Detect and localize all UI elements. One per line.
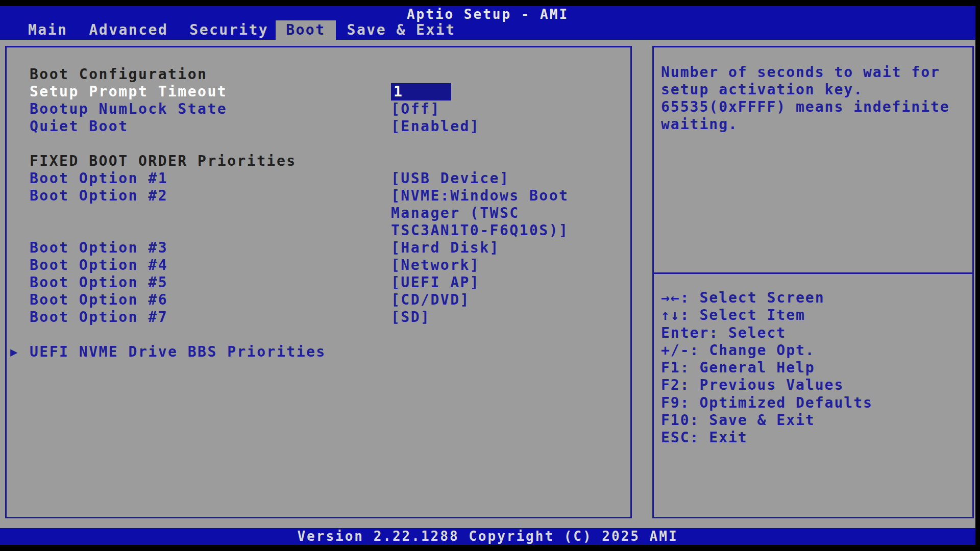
option-value-editbox[interactable]: 1	[391, 83, 451, 101]
menu-bar: Main Advanced Security Boot Save & Exit	[0, 20, 975, 40]
option-boot-option-3[interactable]: Boot Option #3 [Hard Disk]	[7, 239, 630, 257]
option-label: Boot Option #4	[30, 257, 391, 274]
hotkey-esc-exit: ESC: Exit	[661, 429, 967, 446]
help-line: setup activation key.	[661, 81, 967, 98]
option-value: [Off]	[391, 101, 590, 118]
bios-screen: Aptio Setup - AMI Main Advanced Security…	[0, 6, 975, 545]
option-boot-option-1[interactable]: Boot Option #1 [USB Device]	[7, 170, 630, 187]
submenu-label: UEFI NVME Drive BBS Priorities	[30, 343, 391, 361]
option-value: [SD]	[391, 309, 590, 326]
option-boot-option-5[interactable]: Boot Option #5 [UEFI AP]	[7, 274, 630, 291]
hotkey-f9-defaults: F9: Optimized Defaults	[661, 394, 967, 412]
option-label: Boot Option #3	[30, 239, 391, 257]
hotkey-f1-help: F1: General Help	[661, 359, 967, 377]
option-value: [CD/DVD]	[391, 291, 590, 309]
section-boot-configuration: Boot Configuration	[7, 66, 630, 83]
option-label: Quiet Boot	[30, 118, 391, 135]
option-value: [UEFI AP]	[391, 274, 590, 291]
tab-main[interactable]: Main	[28, 20, 67, 40]
option-value: [Enabled]	[391, 118, 590, 135]
section-fixed-boot-order: FIXED BOOT ORDER Priorities	[7, 153, 630, 170]
tab-advanced[interactable]: Advanced	[89, 20, 168, 40]
tab-save-exit[interactable]: Save & Exit	[347, 20, 456, 40]
option-boot-option-7[interactable]: Boot Option #7 [SD]	[7, 309, 630, 326]
submenu-arrow-icon: ▶	[10, 343, 19, 361]
hotkey-f10-save-exit: F10: Save & Exit	[661, 412, 967, 429]
app-title: Aptio Setup - AMI	[0, 6, 975, 20]
hotkey-change-opt: +/-: Change Opt.	[661, 342, 967, 359]
version-text: Version 2.22.1288 Copyright (C) 2025 AMI	[297, 529, 678, 544]
option-label: Boot Option #7	[30, 309, 391, 326]
version-bar: Version 2.22.1288 Copyright (C) 2025 AMI	[0, 528, 975, 545]
option-setup-prompt-timeout[interactable]: Setup Prompt Timeout 1	[7, 83, 630, 101]
option-label: Boot Option #6	[30, 291, 391, 309]
option-label: Boot Option #1	[30, 170, 391, 187]
option-label: Setup Prompt Timeout	[30, 83, 391, 101]
blank-row	[7, 135, 630, 153]
hotkey-legend: →←: Select Screen ↑↓: Select Item Enter:…	[654, 274, 972, 447]
option-value: [NVME:Windows Boot Manager (TWSC TSC3AN1…	[391, 187, 590, 239]
option-value: [Network]	[391, 257, 590, 274]
hotkey-select-screen: →←: Select Screen	[661, 289, 967, 307]
help-line: waiting.	[661, 116, 967, 133]
option-value: [Hard Disk]	[391, 239, 590, 257]
help-panel: Number of seconds to wait for setup acti…	[652, 46, 974, 518]
submenu-uefi-nvme-bbs-priorities[interactable]: ▶ UEFI NVME Drive BBS Priorities	[7, 343, 630, 361]
option-label: Bootup NumLock State	[30, 101, 391, 118]
option-boot-option-6[interactable]: Boot Option #6 [CD/DVD]	[7, 291, 630, 309]
hotkey-enter-select: Enter: Select	[661, 324, 967, 342]
option-boot-option-2[interactable]: Boot Option #2 [NVME:Windows Boot Manage…	[7, 187, 630, 239]
option-quiet-boot[interactable]: Quiet Boot [Enabled]	[7, 118, 630, 135]
tab-boot-active[interactable]: Boot	[276, 20, 335, 40]
item-help-text: Number of seconds to wait for setup acti…	[654, 47, 972, 274]
title-bar: Aptio Setup - AMI Main Advanced Security…	[0, 6, 975, 40]
hotkey-select-item: ↑↓: Select Item	[661, 307, 967, 324]
help-line: 65535(0xFFFF) means indefinite	[661, 98, 967, 116]
help-line: Number of seconds to wait for	[661, 64, 967, 81]
option-value: [USB Device]	[391, 170, 590, 187]
option-bootup-numlock-state[interactable]: Bootup NumLock State [Off]	[7, 101, 630, 118]
option-label: Boot Option #2	[30, 187, 391, 239]
options-panel: Boot Configuration Setup Prompt Timeout …	[5, 46, 632, 518]
option-boot-option-4[interactable]: Boot Option #4 [Network]	[7, 257, 630, 274]
hotkey-f2-previous: F2: Previous Values	[661, 377, 967, 394]
content-area: Boot Configuration Setup Prompt Timeout …	[0, 40, 975, 528]
option-label: Boot Option #5	[30, 274, 391, 291]
tab-security[interactable]: Security	[189, 20, 268, 40]
